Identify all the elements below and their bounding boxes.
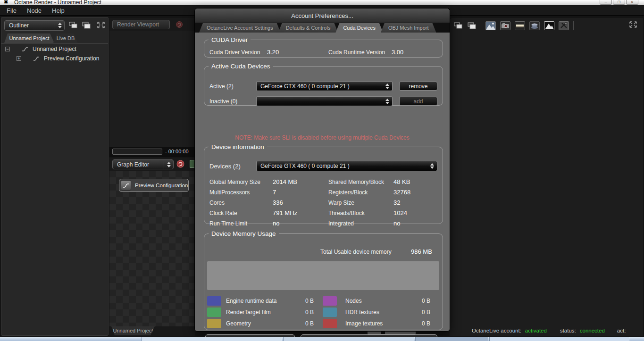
memory-item-label: Geometry: [226, 320, 251, 327]
info-value: 1024: [393, 209, 407, 216]
memory-item-value: 0 B: [297, 320, 314, 327]
inactive-device-select[interactable]: [256, 96, 393, 106]
new-node-icon[interactable]: [190, 160, 194, 168]
app-logo-icon: ✖: [4, 0, 8, 5]
save-render-icon[interactable]: [485, 21, 496, 30]
restore-button[interactable]: ❐: [613, 0, 625, 5]
tonemap-icon[interactable]: [544, 21, 554, 30]
inactive-count-label: Inactive (0): [209, 98, 237, 105]
window-tile-icon[interactable]: [467, 22, 477, 29]
rendertarget-swatch: [207, 308, 221, 317]
tab-defaults-controls[interactable]: Defaults & Controls: [278, 23, 338, 33]
account-status-value: activated: [525, 328, 547, 333]
levels-icon[interactable]: [515, 21, 525, 30]
outliner-mode-select[interactable]: Outliner: [4, 20, 65, 31]
tab-octanelive-account-settings[interactable]: OctaneLive Account Settings: [199, 23, 281, 33]
driver-version-label: Cuda Driver Version: [209, 49, 260, 56]
act-label: act:: [617, 328, 626, 333]
info-value: no: [273, 220, 279, 227]
restart-render-icon[interactable]: [176, 160, 184, 168]
expand-panel-icon[interactable]: [629, 21, 637, 28]
node-icon: [121, 180, 131, 191]
engine-runtime-swatch: [207, 296, 221, 306]
add-device-button[interactable]: add: [399, 97, 437, 106]
expand-panel-icon[interactable]: [97, 21, 105, 29]
device-info-value: GeForce GTX 460 ( 0 compute 21 ): [257, 163, 427, 169]
device-memory-usage-group: Device Memory Usage Total Usable device …: [204, 230, 443, 330]
tree-row-child[interactable]: + Preview Configuration: [17, 55, 99, 62]
memory-item-label: Nodes: [345, 298, 362, 304]
info-label: Cores: [209, 200, 225, 206]
info-label: Clock Rate: [209, 210, 237, 216]
active-count-label: Active (2): [209, 83, 234, 90]
driver-version-value: 3.20: [267, 49, 279, 56]
active-device-select[interactable]: GeForce GTX 460 ( 0 compute 21 ): [256, 81, 393, 91]
graph-editor-canvas[interactable]: Preview Configuration: [109, 171, 195, 326]
info-label: Integrated: [328, 220, 354, 227]
info-label: Run Time Limit: [209, 220, 247, 227]
snapshot-camera-icon[interactable]: [500, 21, 510, 30]
info-value: 48 KB: [393, 178, 410, 185]
close-button[interactable]: ✕: [626, 0, 638, 5]
viewport-title-button[interactable]: Render Viewport: [112, 20, 170, 29]
device-memory-usage-legend: Device Memory Usage: [209, 230, 279, 237]
toolbar-separator: [481, 21, 481, 30]
node-inspector-panel: [450, 18, 643, 336]
spinner-icon[interactable]: [383, 82, 392, 91]
geometry-swatch: [207, 319, 221, 328]
graph-bottom-tab[interactable]: Unnamed Project: [111, 326, 155, 335]
spinner-icon[interactable]: [55, 21, 64, 30]
menu-node[interactable]: Node: [27, 7, 42, 14]
graph-node-preview-configuration[interactable]: Preview Configuration: [119, 179, 189, 192]
menu-help[interactable]: Help: [52, 7, 65, 14]
taskbar-button[interactable]: [489, 337, 629, 341]
tree-child-label: Preview Configuration: [44, 55, 99, 62]
minimize-button[interactable]: ─: [600, 0, 612, 5]
collapse-icon[interactable]: −: [5, 47, 10, 51]
spinner-icon[interactable]: [383, 97, 392, 106]
memory-item-value: 0 B: [413, 298, 430, 304]
info-value: 32768: [393, 189, 410, 196]
expand-icon[interactable]: +: [17, 56, 21, 61]
sli-note-text: NOTE: Make sure SLI is disabled before u…: [195, 134, 450, 141]
memory-item-label: Engine runtime data: [226, 298, 276, 304]
nodes-swatch: [323, 296, 337, 306]
window-cascade-icon[interactable]: [453, 22, 463, 29]
tab-cuda-devices[interactable]: Cuda Devices: [335, 23, 383, 33]
os-taskbar: [0, 337, 644, 341]
memory-usage-bar: [207, 261, 439, 290]
outliner-tab-livedb[interactable]: Live DB: [53, 33, 78, 43]
tab-obj-mesh-import[interactable]: OBJ Mesh Import: [381, 23, 436, 33]
tree-row-root[interactable]: − Unnamed Project: [5, 46, 76, 52]
menu-file[interactable]: File: [7, 7, 17, 14]
remove-device-button[interactable]: remove: [399, 82, 437, 91]
cuda-driver-legend: CUDA Driver: [209, 36, 251, 43]
settings-tools-icon[interactable]: [559, 21, 569, 30]
window-tile-icon[interactable]: [82, 21, 91, 29]
dialog-title[interactable]: Account Preferences...: [195, 8, 450, 23]
taskbar-button[interactable]: [142, 337, 282, 341]
spinner-icon[interactable]: [164, 160, 173, 169]
window-cascade-icon[interactable]: [68, 21, 78, 29]
device-info-select[interactable]: GeForce GTX 460 ( 0 compute 21 ): [256, 161, 437, 171]
material-preview-icon[interactable]: [529, 21, 540, 30]
spinner-icon[interactable]: [427, 161, 437, 171]
node-icon: [33, 56, 40, 62]
memory-item-label: HDR textures: [345, 309, 379, 316]
memory-item-value: 0 B: [297, 298, 314, 304]
restart-render-icon[interactable]: [176, 21, 183, 28]
node-icon: [21, 46, 29, 52]
graph-editor-mode-select[interactable]: Graph Editor: [112, 159, 174, 169]
image-textures-swatch: [323, 319, 337, 328]
info-value: no: [393, 220, 400, 227]
graph-editor-bottom-strip: Unnamed Project: [109, 326, 195, 336]
graph-editor-header: Graph Editor: [109, 158, 195, 171]
active-cuda-devices-group: Active Cuda Devices Active (2) GeForce G…: [204, 63, 443, 106]
outliner-tab-project[interactable]: Unnamed Project: [4, 33, 54, 43]
info-value: 2014 MB: [273, 178, 297, 185]
taskbar-button[interactable]: [415, 337, 488, 341]
info-value: 32: [393, 199, 400, 206]
render-timer: - 00:00:00: [165, 149, 189, 154]
taskbar-button[interactable]: [283, 337, 414, 341]
render-viewport[interactable]: [109, 31, 195, 147]
